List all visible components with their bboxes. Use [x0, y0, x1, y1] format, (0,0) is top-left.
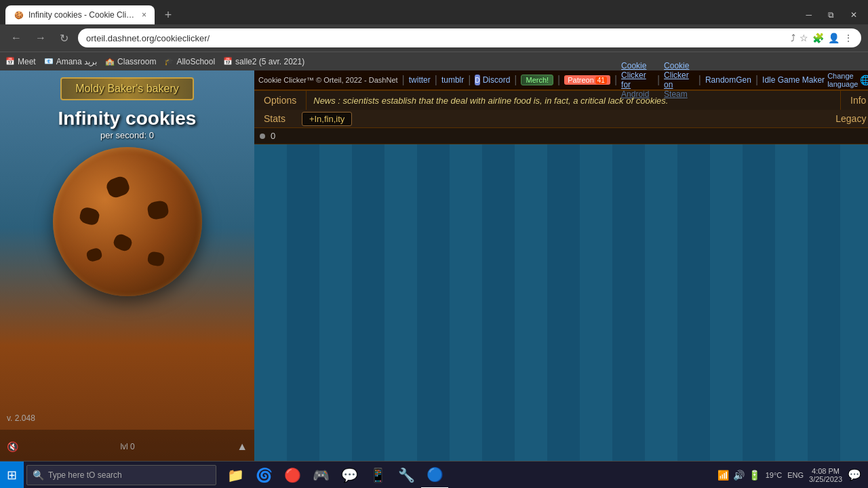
start-button[interactable]: ⊞ — [0, 462, 24, 489]
active-tab[interactable]: 🍪 Infinity cookies - Cookie Clicker × — [5, 5, 155, 24]
taskbar-app-chrome[interactable]: 🔵 — [421, 462, 448, 489]
alloschool-icon: 🎓 — [164, 57, 174, 66]
clock-date: 3/25/2023 — [809, 475, 842, 483]
options-button[interactable]: Options — [254, 91, 307, 110]
choco-chip-6 — [146, 251, 165, 267]
salle2-icon: 📅 — [223, 57, 233, 66]
nav-sep-9: | — [755, 74, 758, 86]
discord-link[interactable]: Discord — [483, 75, 511, 85]
counter-dot — [260, 134, 265, 139]
scroll-up-button[interactable]: ▲ — [237, 441, 248, 453]
change-lang-label: Change language — [827, 72, 858, 88]
bookmark-salle2[interactable]: 📅 salle2 (5 avr. 2021) — [223, 57, 304, 66]
tab-close-btn[interactable]: × — [142, 10, 146, 20]
address-text: orteil.dashnet.org/cookieclicker/ — [86, 33, 791, 43]
nav-sep-4: | — [514, 74, 517, 86]
bookmark-star-icon[interactable]: ☆ — [800, 33, 808, 43]
change-language[interactable]: Change language 🌐 — [827, 72, 868, 88]
taskbar-app-whatsapp[interactable]: 📱 — [364, 462, 391, 489]
bottom-bar: 🔇 lvl 0 ▲ — [0, 430, 254, 464]
address-bar[interactable]: orteil.dashnet.org/cookieclicker/ ⤴ ☆ 🧩 … — [78, 28, 861, 47]
bookmark-meet-label: Meet — [18, 57, 36, 66]
nav-sep-7: | — [657, 74, 660, 86]
search-bar[interactable]: 🔍 Type here tO search — [26, 465, 216, 485]
choco-chip-3 — [146, 199, 169, 220]
taskbar-search-input[interactable]: Type here tO search — [48, 470, 210, 480]
tab-favicon: 🍪 — [14, 9, 24, 20]
bookmark-alloschool-label: AlloSchool — [176, 57, 215, 66]
bookmark-salle2-label: salle2 (5 avr. 2021) — [235, 57, 304, 66]
brand-link[interactable]: Cookie Clicker™ © Orteil, 2022 - DashNet — [258, 76, 398, 84]
meet-icon: 📅 — [5, 57, 15, 66]
nav-sep-2: | — [435, 74, 437, 86]
stats-row: Stats +In,fin,ity Legacy — [254, 110, 868, 128]
bookmark-meet[interactable]: 📅 Meet — [5, 57, 36, 66]
big-cookie[interactable] — [53, 147, 202, 296]
tab-bar: 🍪 Infinity cookies - Cookie Clicker × + … — [0, 0, 868, 24]
taskbar-app-files[interactable]: 📁 — [222, 462, 249, 489]
forward-btn[interactable]: → — [31, 30, 50, 45]
idle-game-link[interactable]: Idle Game Maker — [762, 75, 825, 85]
minimize-btn[interactable]: ─ — [800, 7, 817, 22]
legacy-button[interactable]: Legacy — [826, 110, 868, 127]
cookie-circle[interactable] — [53, 147, 202, 296]
battery-icon: 🔋 — [749, 470, 760, 481]
nav-sep-3: | — [468, 74, 471, 86]
new-tab-button[interactable]: + — [160, 7, 176, 23]
tumblr-link[interactable]: tumblr — [441, 75, 464, 85]
version-text: v. 2.048 — [7, 413, 35, 423]
lang-status: ENG — [787, 471, 804, 479]
windows-logo-icon: ⊞ — [7, 468, 17, 483]
restore-btn[interactable]: ⧉ — [823, 7, 840, 22]
back-btn[interactable]: ← — [7, 30, 26, 45]
mute-button[interactable]: 🔇 — [7, 441, 18, 452]
volume-icon: 🔊 — [733, 470, 745, 481]
stats-button[interactable]: Stats — [254, 110, 295, 127]
patreon-link[interactable]: Patreon 41 — [564, 75, 610, 85]
nav-sep-6: | — [614, 74, 617, 86]
nav-sep-5: | — [557, 74, 560, 86]
counter-value: 0 — [271, 131, 275, 141]
choco-chip-1 — [104, 174, 132, 199]
amana-icon: 📧 — [44, 57, 54, 66]
clock-time: 4:08 PM — [809, 467, 842, 475]
bookmark-amana[interactable]: 📧 Amana بريد — [44, 57, 97, 66]
info-button[interactable]: Info — [840, 91, 868, 110]
bookmark-classroom-label: Classroom — [117, 57, 156, 66]
taskbar-app-game[interactable]: 🎮 — [307, 462, 334, 489]
nav-sep-1: | — [402, 74, 405, 86]
taskbar-app-browser[interactable]: 🌀 — [250, 462, 277, 489]
nav-sep-8: | — [698, 74, 701, 86]
game-container: Moldy Baker's bakery Infinity cookies pe… — [0, 70, 868, 464]
bookmark-classroom[interactable]: 🏫 Classroom — [105, 57, 156, 66]
merch-link[interactable]: Merch! — [521, 75, 553, 85]
menu-icon[interactable]: ⋮ — [844, 33, 853, 43]
reload-btn[interactable]: ↻ — [56, 30, 73, 46]
taskbar-app-discord[interactable]: 💬 — [336, 462, 363, 489]
tab-title: Infinity cookies - Cookie Clicker — [28, 10, 138, 20]
bakery-name: Moldy Baker's bakery — [75, 83, 178, 95]
center-panel: Cookie Clicker™ © Orteil, 2022 - DashNet… — [254, 70, 868, 464]
window-controls: ─ ⧉ ✕ — [800, 7, 863, 22]
level-display: lvl 0 — [120, 442, 134, 451]
twitter-link[interactable]: twitter — [409, 75, 431, 85]
choco-chip-4 — [111, 232, 134, 253]
randomgen-link[interactable]: RandomGen — [705, 75, 751, 85]
taskbar-apps: 📁 🌀 🔴 🎮 💬 📱 🔧 🔵 — [222, 462, 448, 489]
profile-icon[interactable]: 👤 — [828, 33, 840, 43]
address-icons: ⤴ ☆ 🧩 👤 ⋮ — [791, 33, 853, 43]
extensions-icon[interactable]: 🧩 — [812, 33, 824, 43]
taskbar-search-icon: 🔍 — [33, 470, 44, 481]
close-btn[interactable]: ✕ — [845, 7, 863, 22]
bookmark-amana-label: Amana بريد — [56, 57, 97, 66]
bakery-name-bar: Moldy Baker's bakery — [60, 77, 193, 100]
taskbar-app-red[interactable]: 🔴 — [279, 462, 306, 489]
notification-icon[interactable]: 💬 — [848, 468, 861, 481]
infinity-badge: +In,fin,ity — [302, 112, 352, 126]
bookmark-alloschool[interactable]: 🎓 AlloSchool — [164, 57, 215, 66]
wifi-icon: 📶 — [717, 470, 729, 481]
bookmarks-bar: 📅 Meet 📧 Amana بريد 🏫 Classroom 🎓 AlloSc… — [0, 52, 868, 70]
patreon-label: Patreon — [568, 76, 594, 84]
cookie-count: Infinity cookies — [58, 107, 197, 130]
taskbar-app-tools[interactable]: 🔧 — [393, 462, 420, 489]
